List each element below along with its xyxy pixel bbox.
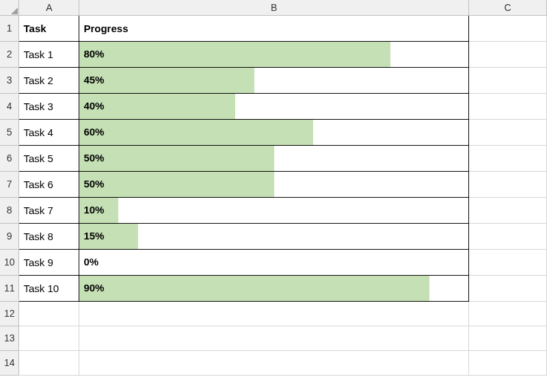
cell-C2[interactable]: [469, 41, 547, 67]
cell-A3[interactable]: Task 2: [19, 67, 79, 93]
cell-C11[interactable]: [469, 275, 547, 301]
row-header-2[interactable]: 2: [0, 41, 19, 67]
cell-C6[interactable]: [469, 145, 547, 171]
cell-A9[interactable]: Task 8: [19, 223, 79, 249]
select-all-corner[interactable]: [0, 0, 19, 15]
row-header-9[interactable]: 9: [0, 223, 19, 249]
row-5: 5 Task 4 60%: [0, 119, 547, 145]
cell-A6[interactable]: Task 5: [19, 145, 79, 171]
cell-C5[interactable]: [469, 119, 547, 145]
cell-A1[interactable]: Task: [19, 15, 79, 41]
cell-A13[interactable]: [19, 326, 79, 350]
cell-B12[interactable]: [79, 301, 469, 326]
spreadsheet-grid[interactable]: A B C 1 Task Progress 2 Task 1 80% 3 Tas…: [0, 0, 547, 376]
progress-label: 80%: [79, 42, 468, 66]
row-header-7[interactable]: 7: [0, 171, 19, 197]
cell-C1[interactable]: [469, 15, 547, 41]
cell-B3[interactable]: 45%: [79, 67, 469, 93]
column-header-B[interactable]: B: [79, 0, 469, 15]
cell-B10[interactable]: 0%: [79, 249, 469, 275]
column-header-C[interactable]: C: [469, 0, 547, 15]
cell-A4[interactable]: Task 3: [19, 93, 79, 119]
row-header-8[interactable]: 8: [0, 197, 19, 223]
progress-label: 15%: [79, 224, 468, 248]
row-header-11[interactable]: 11: [0, 275, 19, 301]
row-1: 1 Task Progress: [0, 15, 547, 41]
cell-B6[interactable]: 50%: [79, 145, 469, 171]
progress-label: 0%: [79, 250, 468, 274]
cell-A2[interactable]: Task 1: [19, 41, 79, 67]
cell-A7[interactable]: Task 6: [19, 171, 79, 197]
cell-B8[interactable]: 10%: [79, 197, 469, 223]
column-header-A[interactable]: A: [19, 0, 79, 15]
cell-B1[interactable]: Progress: [79, 15, 469, 41]
row-13: 13: [0, 326, 547, 350]
progress-label: 50%: [79, 146, 468, 170]
row-8: 8 Task 7 10%: [0, 197, 547, 223]
row-9: 9 Task 8 15%: [0, 223, 547, 249]
cell-C8[interactable]: [469, 197, 547, 223]
cell-C14[interactable]: [469, 350, 547, 375]
progress-label: 50%: [79, 172, 468, 196]
cell-C10[interactable]: [469, 249, 547, 275]
cell-A12[interactable]: [19, 301, 79, 326]
cell-B13[interactable]: [79, 326, 469, 350]
cell-C12[interactable]: [469, 301, 547, 326]
row-12: 12: [0, 301, 547, 326]
row-7: 7 Task 6 50%: [0, 171, 547, 197]
row-header-10[interactable]: 10: [0, 249, 19, 275]
progress-label: 10%: [79, 198, 468, 222]
cell-B7[interactable]: 50%: [79, 171, 469, 197]
cell-A14[interactable]: [19, 350, 79, 375]
row-header-6[interactable]: 6: [0, 145, 19, 171]
row-header-12[interactable]: 12: [0, 301, 19, 326]
cell-B9[interactable]: 15%: [79, 223, 469, 249]
row-6: 6 Task 5 50%: [0, 145, 547, 171]
progress-label: 90%: [79, 276, 468, 300]
row-4: 4 Task 3 40%: [0, 93, 547, 119]
cell-C7[interactable]: [469, 171, 547, 197]
column-header-row: A B C: [0, 0, 547, 15]
progress-label: 40%: [79, 94, 468, 118]
row-14: 14: [0, 350, 547, 375]
cell-C9[interactable]: [469, 223, 547, 249]
progress-label: 45%: [79, 68, 468, 92]
row-2: 2 Task 1 80%: [0, 41, 547, 67]
row-10: 10 Task 9 0%: [0, 249, 547, 275]
cell-B4[interactable]: 40%: [79, 93, 469, 119]
row-header-13[interactable]: 13: [0, 326, 19, 350]
cell-B5[interactable]: 60%: [79, 119, 469, 145]
cell-C13[interactable]: [469, 326, 547, 350]
row-header-5[interactable]: 5: [0, 119, 19, 145]
row-3: 3 Task 2 45%: [0, 67, 547, 93]
row-header-1[interactable]: 1: [0, 15, 19, 41]
cell-A10[interactable]: Task 9: [19, 249, 79, 275]
cell-C4[interactable]: [469, 93, 547, 119]
cell-A5[interactable]: Task 4: [19, 119, 79, 145]
cell-B14[interactable]: [79, 350, 469, 375]
row-11: 11 Task 10 90%: [0, 275, 547, 301]
cell-C3[interactable]: [469, 67, 547, 93]
row-header-3[interactable]: 3: [0, 67, 19, 93]
row-header-4[interactable]: 4: [0, 93, 19, 119]
cell-A8[interactable]: Task 7: [19, 197, 79, 223]
cell-B11[interactable]: 90%: [79, 275, 469, 301]
progress-label: 60%: [79, 120, 468, 144]
row-header-14[interactable]: 14: [0, 350, 19, 375]
cell-B2[interactable]: 80%: [79, 41, 469, 67]
cell-A11[interactable]: Task 10: [19, 275, 79, 301]
